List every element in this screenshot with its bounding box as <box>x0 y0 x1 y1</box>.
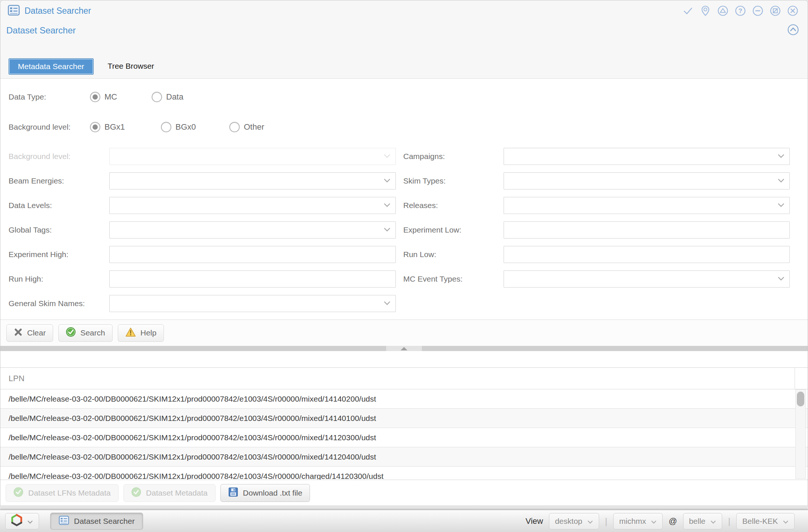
background-level-radio-label: Background level: <box>9 122 90 132</box>
chevron-down-icon <box>384 178 391 184</box>
chevron-down-icon <box>384 227 391 233</box>
radio-data-input[interactable] <box>152 92 162 102</box>
tab-metadata-searcher[interactable]: Metadata Searcher <box>9 58 94 75</box>
table-row[interactable]: /belle/MC/release-03-02-00/DB0000621/SKI… <box>0 389 808 409</box>
table-row[interactable]: /belle/MC/release-03-02-00/DB0000621/SKI… <box>0 409 808 428</box>
help-circle-icon[interactable]: ? <box>734 5 746 17</box>
setup-value: Belle-KEK <box>742 517 778 526</box>
dirac-menu-button[interactable] <box>5 513 39 529</box>
dataset-lfns-metadata-button: Dataset LFNs Metadata <box>6 484 119 502</box>
global-tags-label: Global Tags: <box>9 226 52 234</box>
splitter-collapse-handle[interactable] <box>386 346 422 351</box>
close-circle-icon[interactable] <box>787 5 799 17</box>
radio-mc-input[interactable] <box>90 92 100 102</box>
radio-option-bgx0[interactable]: BGx0 <box>161 122 229 132</box>
pin-icon[interactable] <box>699 5 711 17</box>
radio-other-label: Other <box>244 122 264 132</box>
radio-option-mc[interactable]: MC <box>90 92 152 102</box>
radio-option-data[interactable]: Data <box>152 92 213 102</box>
search-check-icon <box>66 327 76 339</box>
general-skim-names-label: General Skim Names: <box>9 299 85 308</box>
window-titlebar: Dataset Searcher ? <box>0 0 808 21</box>
radio-data-label: Data <box>166 92 183 102</box>
experiment-low-field[interactable] <box>504 221 790 239</box>
group-dropdown[interactable]: belle <box>683 513 722 529</box>
tab-tree-browser[interactable]: Tree Browser <box>108 58 154 75</box>
floppy-disk-icon <box>228 487 238 499</box>
releases-combo[interactable] <box>504 197 790 214</box>
data-levels-label: Data Levels: <box>9 201 52 210</box>
experiment-high-field[interactable] <box>109 246 396 263</box>
radio-bgx0-input[interactable] <box>161 122 171 132</box>
panel-splitter[interactable] <box>0 346 808 351</box>
at-symbol: @ <box>669 516 677 526</box>
background-level-combo <box>109 148 396 165</box>
run-low-label: Run Low: <box>403 250 436 259</box>
scrollbar-thumb[interactable] <box>797 392 804 406</box>
chevron-down-icon <box>384 153 391 160</box>
dataset-lfns-metadata-label: Dataset LFNs Metadata <box>28 489 111 497</box>
setup-dropdown[interactable]: Belle-KEK <box>736 513 795 529</box>
collapse-panel-icon[interactable] <box>787 23 799 38</box>
taskbar-separator: | <box>728 516 730 526</box>
skim-types-label: Skim Types: <box>403 176 446 185</box>
column-header-lpn[interactable]: LPN <box>0 368 808 389</box>
chevron-down-icon <box>651 517 657 526</box>
search-button[interactable]: Search <box>58 324 113 342</box>
radio-other-input[interactable] <box>229 122 240 132</box>
chevron-down-icon <box>384 300 391 307</box>
window-title: Dataset Searcher <box>25 6 682 16</box>
clear-x-icon <box>14 328 23 338</box>
taskbar-dataset-searcher-button[interactable]: Dataset Searcher <box>50 513 143 530</box>
app-window-icon <box>59 516 69 527</box>
dataset-searcher-window: Dataset Searcher ? <box>0 0 808 506</box>
data-type-row: Data Type: MC Data <box>9 88 790 106</box>
chevron-down-icon <box>27 517 33 526</box>
experiment-high-label: Experiment High: <box>9 250 68 259</box>
splitter-gap <box>0 351 808 367</box>
warning-triangle-icon <box>125 327 136 339</box>
help-button-label: Help <box>140 328 156 337</box>
download-txt-label: Download .txt file <box>243 489 303 497</box>
run-high-field[interactable] <box>109 270 396 288</box>
check-icon[interactable] <box>682 5 694 17</box>
run-high-label: Run High: <box>9 275 43 283</box>
radio-option-other[interactable]: Other <box>229 122 264 132</box>
data-type-label: Data Type: <box>9 92 90 102</box>
app-window-icon <box>8 5 20 17</box>
dataset-metadata-label: Dataset Metadata <box>146 489 208 497</box>
releases-label: Releases: <box>403 201 438 210</box>
table-row[interactable]: /belle/MC/release-03-02-00/DB0000621/SKI… <box>0 467 808 480</box>
chevron-down-icon <box>778 276 785 282</box>
general-skim-names-combo[interactable] <box>109 295 396 312</box>
dataset-metadata-button: Dataset Metadata <box>123 484 216 502</box>
run-low-field[interactable] <box>504 246 790 263</box>
minimize-circle-icon[interactable] <box>752 5 764 17</box>
search-form: Data Type: MC Data Background level: BGx… <box>0 78 808 320</box>
beam-energies-combo[interactable] <box>109 172 396 189</box>
chevron-down-icon <box>778 202 785 209</box>
column-header-label: LPN <box>9 374 25 383</box>
radio-option-bgx1[interactable]: BGx1 <box>90 122 161 132</box>
table-row[interactable]: /belle/MC/release-03-02-00/DB0000621/SKI… <box>0 428 808 447</box>
skim-types-combo[interactable] <box>504 172 790 189</box>
user-dropdown[interactable]: michmx <box>613 513 663 529</box>
app-header: Dataset Searcher <box>0 21 808 40</box>
help-button[interactable]: Help <box>118 324 164 342</box>
vertical-scrollbar[interactable] <box>795 389 806 479</box>
download-txt-button[interactable]: Download .txt file <box>220 484 310 502</box>
view-mode-dropdown[interactable]: desktop <box>549 513 599 529</box>
global-tags-combo[interactable] <box>109 221 396 239</box>
group-value: belle <box>689 517 705 526</box>
mc-event-types-combo[interactable] <box>504 270 790 288</box>
restore-circle-icon[interactable] <box>769 5 781 17</box>
up-circle-icon[interactable] <box>717 5 729 17</box>
data-levels-combo[interactable] <box>109 197 396 214</box>
radio-mc-label: MC <box>104 92 117 102</box>
radio-bgx1-input[interactable] <box>90 122 100 132</box>
table-row[interactable]: /belle/MC/release-03-02-00/DB0000621/SKI… <box>0 447 808 467</box>
campaigns-combo[interactable] <box>504 148 790 165</box>
results-grid: LPN /belle/MC/release-03-02-00/DB0000621… <box>0 367 808 480</box>
clear-button[interactable]: Clear <box>6 324 53 342</box>
dirac-logo-icon <box>11 514 22 528</box>
